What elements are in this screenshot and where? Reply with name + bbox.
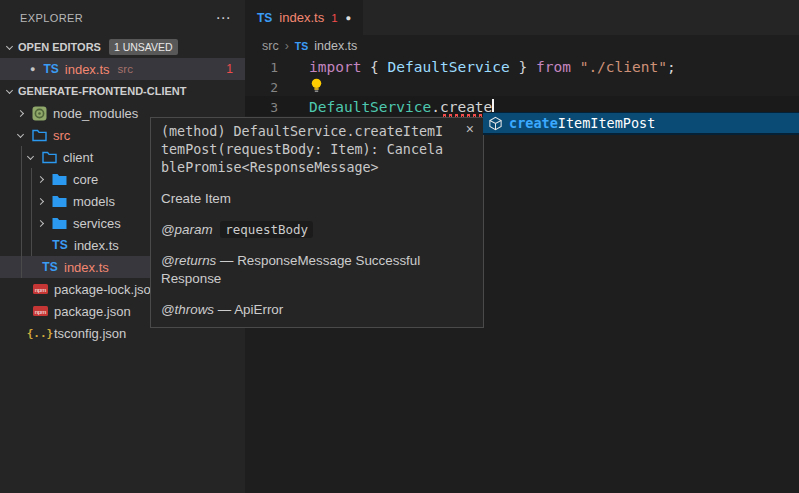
- tab-error-count: 1: [331, 12, 337, 24]
- code-token: .: [431, 99, 440, 115]
- code-token: }: [510, 59, 536, 75]
- code-token: {: [370, 59, 387, 75]
- workspace-label: GENERATE-FRONTEND-CLIENT: [18, 85, 186, 97]
- suggestion-matched-text: create: [509, 115, 558, 131]
- code-text[interactable]: [309, 78, 323, 99]
- chevron-right-icon: [17, 109, 24, 116]
- typescript-icon: TS: [43, 62, 58, 76]
- indent-guide: [31, 168, 32, 256]
- folder-icon: [51, 171, 67, 187]
- param-name-chip: requestBody: [220, 221, 313, 238]
- code-line: 1import { DefaultService } from "./clien…: [245, 58, 799, 78]
- throws-text: ApiError: [234, 302, 283, 317]
- open-folder-icon: [31, 127, 47, 143]
- dash: —: [218, 302, 231, 317]
- tree-item-label: package-lock.json: [54, 282, 158, 297]
- unsaved-badge: 1 UNSAVED: [109, 39, 178, 55]
- explorer-title: EXPLORER: [20, 12, 83, 24]
- method-signature: (method) DefaultService.createItemItemPo…: [161, 123, 448, 177]
- typescript-icon: TS: [52, 237, 68, 253]
- code-token: [571, 59, 580, 75]
- code-token: ;: [667, 59, 676, 75]
- tab-index-ts[interactable]: TS index.ts 1 ●: [245, 0, 363, 35]
- tree-item-label: core: [73, 172, 98, 187]
- tree-item-label: package.json: [54, 304, 131, 319]
- code-text[interactable]: DefaultService.create: [309, 98, 494, 118]
- chevron-right-icon: [37, 175, 44, 182]
- chevron-down-icon: [6, 86, 13, 93]
- returns-line: @returns — ResponseMessage Successful Re…: [161, 252, 456, 288]
- modified-dot-icon: ●: [30, 64, 35, 74]
- returns-tag: @returns: [161, 253, 216, 268]
- typescript-icon: TS: [42, 259, 58, 275]
- node-modules-icon: [31, 105, 47, 121]
- tree-item-label: src: [53, 128, 70, 143]
- tree-item-label: node_modules: [53, 106, 138, 121]
- doc-title: Create Item: [161, 190, 473, 208]
- line-number[interactable]: 3: [245, 98, 278, 118]
- folder-icon: [51, 193, 67, 209]
- editor-tab-bar: TS index.ts 1 ●: [245, 0, 799, 35]
- code-token: from: [536, 59, 571, 75]
- typescript-icon: TS: [295, 40, 308, 52]
- param-line: @param requestBody: [161, 221, 473, 239]
- code-text[interactable]: import { DefaultService } from "./client…: [309, 58, 676, 78]
- throws-tag: @throws: [161, 302, 214, 317]
- chevron-right-icon: [37, 197, 44, 204]
- param-tag: @param: [161, 222, 213, 237]
- breadcrumb: src › TS index.ts: [245, 35, 799, 57]
- tree-item-label: services: [73, 216, 121, 231]
- open-editor-item-index-ts[interactable]: ● TS index.ts src 1: [0, 58, 245, 80]
- chevron-right-icon: [37, 219, 44, 226]
- json-braces-icon: {..}: [32, 325, 48, 341]
- breadcrumb-file[interactable]: index.ts: [314, 39, 357, 53]
- typescript-icon: TS: [257, 11, 272, 25]
- tree-item-label: tsconfig.json: [54, 326, 126, 341]
- tree-item-label: index.ts: [64, 260, 109, 275]
- line-number[interactable]: 2: [245, 78, 278, 99]
- suggestion-rest-text: ItemItemPost: [558, 115, 656, 131]
- line-number[interactable]: 1: [245, 58, 278, 78]
- modified-dot-icon[interactable]: ●: [346, 12, 352, 23]
- explorer-header: EXPLORER ⋯: [0, 0, 245, 36]
- open-editor-file-name: index.ts: [65, 62, 110, 77]
- tree-item-label: index.ts: [74, 238, 119, 253]
- chevron-down-icon: [6, 42, 13, 49]
- folder-icon: [51, 215, 67, 231]
- code-area[interactable]: 1import { DefaultService } from "./clien…: [245, 57, 799, 118]
- method-cube-icon: [488, 116, 503, 131]
- breadcrumb-separator-icon: ›: [285, 39, 289, 53]
- open-folder-icon: [41, 149, 57, 165]
- tree-item-label: models: [73, 194, 115, 209]
- indent-guide: [21, 146, 22, 278]
- open-editors-label: OPEN EDITORS: [18, 41, 101, 53]
- tab-file-name: index.ts: [279, 10, 324, 25]
- dash: —: [220, 253, 233, 268]
- npm-icon: npm: [32, 281, 48, 297]
- throws-line: @throws — ApiError: [161, 301, 473, 319]
- chevron-down-icon: [17, 130, 24, 137]
- workspace-section-header[interactable]: GENERATE-FRONTEND-CLIENT: [0, 80, 245, 102]
- code-token: "./client": [580, 59, 667, 75]
- open-editor-file-path: src: [118, 63, 133, 75]
- lightbulb-icon[interactable]: [310, 78, 323, 93]
- close-icon[interactable]: ×: [466, 121, 474, 137]
- code-token: import: [309, 59, 370, 75]
- error-count-badge: 1: [226, 62, 233, 76]
- code-token: DefaultService: [309, 99, 431, 115]
- npm-icon: npm: [32, 303, 48, 319]
- breadcrumb-folder[interactable]: src: [262, 39, 279, 53]
- more-actions-icon[interactable]: ⋯: [216, 9, 231, 27]
- open-editors-section-header[interactable]: OPEN EDITORS 1 UNSAVED: [0, 36, 245, 58]
- suggestion-item-selected[interactable]: createItemItemPost: [483, 112, 799, 135]
- code-line: 2: [245, 78, 799, 99]
- tree-item-label: client: [63, 150, 93, 165]
- svg-text:npm: npm: [34, 309, 46, 315]
- chevron-down-icon: [27, 152, 34, 159]
- svg-text:npm: npm: [34, 287, 46, 293]
- suggest-details-panel: × (method) DefaultService.createItemItem…: [150, 117, 484, 328]
- code-token: DefaultService: [388, 59, 510, 75]
